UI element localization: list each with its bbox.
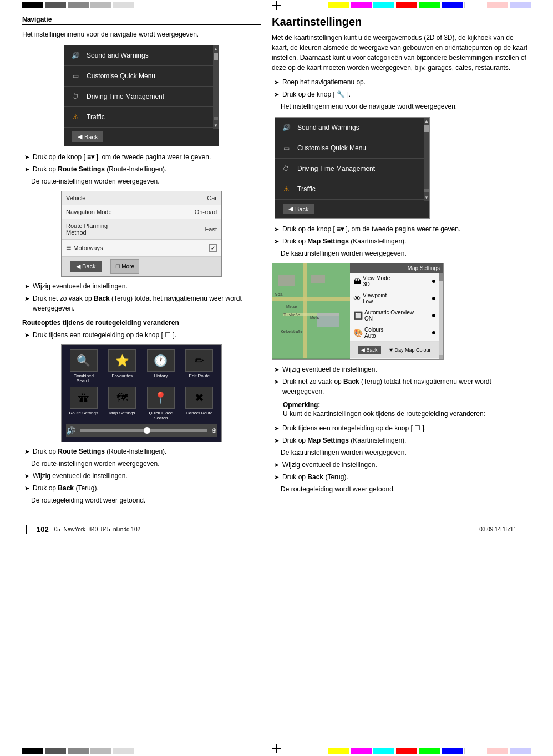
color-block-yellow — [328, 2, 349, 8]
color-block-blue — [442, 2, 463, 8]
map-setting-colours: 🎨 ColoursAuto — [350, 324, 439, 342]
nav-item-traffic-r: ⚠ Traffic — [275, 179, 429, 200]
bottom-color-pink — [487, 748, 508, 754]
bullet-list-3: ➤ Druk tijdens een routegeleiding op de … — [22, 330, 261, 340]
driving-icon: ⏱ — [69, 90, 82, 103]
bullet-item: Het instellingenmenu voor de navigatie w… — [272, 102, 531, 111]
color-block-gray4 — [113, 2, 134, 8]
svg-text:96a: 96a — [275, 292, 283, 297]
top-bar-left — [0, 0, 134, 10]
color-block-magenta — [351, 2, 372, 8]
color-block-cyan — [373, 2, 394, 8]
top-bar — [0, 0, 553, 10]
svg-rect-2 — [303, 263, 307, 358]
bullet-list-right-4: ➤ Druk tijdens een routegeleiding op de … — [272, 423, 531, 494]
opmerking-text: U kunt de kaartinstellingen ook tijdens … — [283, 409, 531, 419]
bullet-item: ➤ Druk op Back (Terug). — [272, 472, 531, 482]
route-row-planning: Route PlanningMethod Fast — [62, 219, 221, 240]
setting-dot — [432, 280, 435, 283]
map-settings-icon: 🗺 — [108, 387, 136, 409]
bullet-item: ➤ Druk op de knop [ ≡▾ ], om de tweede p… — [22, 152, 261, 162]
color-block-black — [22, 2, 43, 8]
bottom-color-cyan — [373, 748, 394, 754]
map-scrollbar — [439, 273, 443, 359]
route-icons-top: 🔍 CombinedSearch ⭐ Favourites 🕐 History … — [66, 349, 217, 383]
color-block-gray1 — [45, 2, 66, 8]
map-svg: 96a Metze Torstraße Molls Keibelstraße — [272, 263, 350, 358]
viewmode-icon: 🏔 — [353, 277, 361, 286]
bullet-item: ➤ Druk net zo vaak op Back (Terug) totda… — [22, 293, 261, 313]
bullet-list-2: ➤ Wijzig eventueel de instellingen. ➤ Dr… — [22, 281, 261, 313]
motorways-icon: ≡ — [66, 243, 71, 253]
page-number: 102 — [37, 525, 49, 534]
back-button-1[interactable]: ◀ Back — [72, 131, 103, 142]
footer-left-text: 05_NewYork_840_845_nl.indd 102 — [54, 526, 140, 532]
bullet-item: ➤ Druk op Back (Terug). — [22, 483, 261, 493]
color-block-gray2 — [68, 2, 89, 8]
bottom-bar-right — [328, 746, 553, 756]
scroll-thumb — [439, 273, 443, 281]
intro-text-left: Het instellingenmenu voor de navigatie w… — [22, 29, 261, 39]
bottom-color-gray1 — [45, 748, 66, 754]
bullet-item: ➤ Druk op Map Settings (Kaartinstellinge… — [272, 236, 531, 246]
color-block-pink — [487, 2, 508, 8]
route-more-button[interactable]: ☐ More — [110, 259, 140, 274]
color-block-green — [419, 2, 440, 8]
page-footer: 102 05_NewYork_840_845_nl.indd 102 03.09… — [0, 520, 553, 538]
center-crosshair — [272, 1, 281, 12]
svg-rect-6 — [317, 313, 339, 327]
nav-item-driving-r: ⏱ Driving Time Management — [275, 159, 429, 179]
nav-menu-screenshot-right: 🔊 Sound and Warnings ▭ Customise Quick M… — [272, 117, 433, 219]
nav-item-customise: ▭ Customise Quick Menu — [64, 66, 219, 87]
bottom-color-magenta — [351, 748, 372, 754]
color-block-gray3 — [90, 2, 111, 8]
bullet-item: ➤ Druk op Route Settings (Route-Instelli… — [22, 447, 261, 456]
bullet-item: ➤ Druk op Route Settings (Route-Instelli… — [22, 164, 261, 174]
edit-route-icon: ✏ — [185, 349, 213, 372]
bullet-item: De routegeleiding wordt weer getoond. — [22, 495, 261, 505]
setting-dot — [432, 314, 435, 317]
route-icon-history: 🕐 History — [143, 349, 179, 383]
color-block-lightblue — [510, 2, 531, 8]
back-button-right[interactable]: ◀ Back — [283, 204, 314, 214]
bottom-color-gray3 — [90, 748, 111, 754]
bullet-item: De kaartinstellingen worden weergegeven. — [272, 248, 531, 258]
customise-icon: ▭ — [69, 69, 82, 83]
route-settings-icon: 🛣 — [70, 387, 98, 409]
map-setting-auto-overview: 🔲 Automatic OverviewON — [350, 307, 439, 324]
right-crosshair — [522, 525, 531, 534]
bottom-color-lightblue — [510, 748, 531, 754]
slider-thumb — [144, 427, 150, 434]
scroll-mid — [439, 355, 443, 359]
volume-slider[interactable] — [80, 429, 207, 432]
bottom-color-blue — [442, 748, 463, 754]
bottom-color-black — [22, 748, 43, 754]
right-column: Kaartinstellingen Met de kaartinstelling… — [272, 16, 531, 509]
bottom-bar-left — [0, 746, 134, 756]
nav-item-sound-r: 🔊 Sound and Warnings — [275, 118, 429, 138]
opmerking-section: Opmerking: U kunt de kaartinstellingen o… — [283, 401, 531, 419]
sound-icon-r: 🔊 — [280, 121, 293, 134]
bullet-item: ➤ Wijzig eventueel de instellingen. — [22, 471, 261, 481]
bullet-item: De kaartinstellingen worden weergegeven. — [272, 448, 531, 458]
bottom-color-red — [396, 748, 417, 754]
motorways-checkbox[interactable]: ✓ — [209, 244, 217, 252]
history-icon: 🕐 — [147, 349, 175, 372]
route-bottom-bar: 🔊 ⊕ — [66, 424, 217, 437]
sound-icon: 🔊 — [69, 49, 82, 62]
bullet-list-right-2: ➤ Druk op de knop [ ≡▾ ], om de tweede p… — [272, 224, 531, 258]
nav-item-sound: 🔊 Sound and Warnings — [64, 45, 219, 66]
nav-item-customise-r: ▭ Customise Quick Menu — [275, 138, 429, 159]
quick-place-icon: 📍 — [147, 387, 175, 409]
route-back-button[interactable]: ◀ Back — [70, 261, 102, 272]
map-back-button[interactable]: ◀ Back — [358, 346, 381, 354]
svg-text:Keibelstraße: Keibelstraße — [281, 329, 302, 333]
bullet-item: ➤ Druk net zo vaak op Back (Terug) totda… — [272, 377, 531, 397]
map-setting-viewmode: 🏔 View Mode3D — [350, 273, 439, 290]
customise-icon-r: ▭ — [280, 141, 293, 155]
bullet-item: ➤ Druk op de knop [ ≡▾ ], om de tweede p… — [272, 224, 531, 234]
section-title-kaartinstellingen: Kaartinstellingen — [272, 16, 531, 28]
svg-rect-5 — [311, 275, 325, 283]
route-icon-cancel-route: ✖ Cancel Route — [182, 387, 217, 420]
nav-menu-screenshot-1: 🔊 Sound and Warnings ▭ Customise Quick M… — [61, 45, 222, 146]
